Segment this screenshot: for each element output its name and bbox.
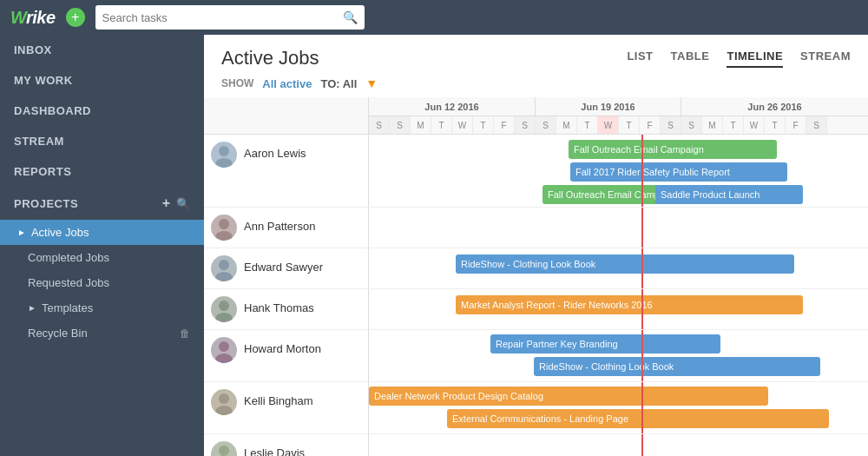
svg-point-6 — [219, 301, 229, 311]
svg-point-12 — [219, 446, 229, 456]
sidebar-item-recycle-bin[interactable]: Recycle Bin 🗑 — [0, 321, 204, 346]
day-row: S S M T W T F S S M T W T F — [369, 116, 868, 134]
bar-howard-1[interactable]: Repair Partner Key Branding — [490, 334, 720, 354]
day-s6: S — [681, 116, 702, 134]
requested-jobs-label: Requested Jobs — [28, 276, 109, 289]
templates-arrow-icon: ► — [28, 303, 36, 313]
sidebar-icons: + 🔍 — [162, 195, 190, 211]
day-w3: W — [744, 116, 765, 134]
svg-point-11 — [215, 406, 233, 415]
bar-kelli-1[interactable]: Dealer Network Product Design Catalog — [369, 387, 768, 406]
names-header-spacer — [204, 97, 369, 134]
day-s3: S — [515, 116, 536, 134]
delete-icon[interactable]: 🗑 — [180, 327, 190, 340]
sidebar-item-mywork[interactable]: MY WORK — [0, 65, 204, 96]
day-s2: S — [390, 116, 411, 134]
day-s7: S — [806, 116, 827, 134]
search-projects-icon[interactable]: 🔍 — [176, 197, 191, 210]
person-cell-kelli: Kelli Bingham — [204, 382, 369, 433]
filter-icon[interactable]: ▼ — [365, 76, 378, 90]
avatar-ann — [211, 215, 237, 241]
person-row-aaron: Aaron Lewis Fall Outreach Email Campaign… — [204, 135, 868, 208]
day-f2: F — [640, 116, 661, 134]
topbar: Wrike + 🔍 — [0, 0, 868, 35]
bar-hank-1[interactable]: Market Analyst Report - Rider Networks 2… — [456, 295, 803, 314]
filter-bar: SHOW All active TO: All ▼ — [204, 69, 868, 97]
bar-edward-1[interactable]: RideShow - Clothing Look Book — [456, 254, 794, 274]
sidebar-item-inbox[interactable]: INBOX — [0, 35, 204, 65]
page-title: Active Jobs — [221, 47, 319, 69]
person-cell-howard: Howard Morton — [204, 330, 369, 381]
svg-point-2 — [219, 219, 229, 229]
today-line-howard — [641, 330, 643, 381]
person-name-edward: Edward Sawyer — [244, 255, 323, 274]
today-line-kelli — [641, 382, 643, 433]
person-row-hank: Hank Thomas Market Analyst Report - Ride… — [204, 289, 868, 330]
avatar-aaron — [211, 142, 237, 168]
avatar-kelli — [211, 389, 237, 415]
day-th3: T — [765, 116, 786, 134]
person-name-ann: Ann Patterson — [244, 215, 315, 233]
bar-howard-2[interactable]: RideShow - Clothing Look Book — [534, 357, 820, 376]
svg-point-7 — [215, 313, 233, 322]
content-area: Active Jobs LIST TABLE TIMELINE STREAM S… — [204, 35, 868, 456]
person-cell-ann: Ann Patterson — [204, 208, 369, 248]
day-f3: F — [786, 116, 806, 134]
person-row-leslie: Leslie Davis — [204, 434, 868, 456]
bar-kelli-2[interactable]: External Communications - Landing Page — [447, 409, 829, 428]
recycle-bin-label: Recycle Bin — [28, 327, 88, 340]
person-name-howard: Howard Morton — [244, 337, 321, 355]
day-m2: M — [556, 116, 577, 134]
add-button[interactable]: + — [66, 8, 85, 27]
sidebar-projects-section[interactable]: PROJECTS + 🔍 — [0, 187, 204, 220]
logo-w: W — [10, 8, 26, 27]
view-tabs: LIST TABLE TIMELINE STREAM — [627, 50, 851, 68]
tab-table[interactable]: TABLE — [671, 50, 710, 68]
gantt-kelli: Dealer Network Product Design Catalog Ex… — [369, 382, 868, 433]
sidebar-item-active-jobs[interactable]: ► Active Jobs — [0, 220, 204, 245]
avatar-edward — [211, 255, 237, 281]
gantt-howard: Repair Partner Key Branding RideShow - C… — [369, 330, 868, 381]
gantt-ann — [369, 208, 868, 248]
avatar-leslie — [211, 441, 237, 456]
day-s5: S — [661, 116, 681, 134]
sidebar-item-requested-jobs[interactable]: Requested Jobs — [0, 270, 204, 295]
timeline-header: Jun 12 2016 Jun 19 2016 Jun 26 2016 S S … — [204, 97, 868, 135]
avatar-hank — [211, 296, 237, 322]
svg-point-1 — [215, 158, 233, 168]
sidebar-item-templates[interactable]: ► Templates — [0, 295, 204, 321]
to-filter[interactable]: TO: All — [320, 77, 357, 90]
content-header: Active Jobs LIST TABLE TIMELINE STREAM — [204, 35, 868, 69]
person-cell-leslie: Leslie Davis — [204, 434, 369, 456]
day-s4: S — [536, 116, 556, 134]
expand-arrow-icon: ► — [17, 228, 26, 237]
person-cell-edward: Edward Sawyer — [204, 248, 369, 288]
tab-list[interactable]: LIST — [627, 50, 653, 68]
day-t3: T — [723, 116, 744, 134]
svg-point-10 — [219, 393, 229, 404]
person-name-kelli: Kelli Bingham — [244, 389, 313, 407]
sidebar-item-dashboard[interactable]: DASHBOARD — [0, 96, 204, 126]
tab-stream[interactable]: STREAM — [800, 50, 851, 68]
bar-aaron-2[interactable]: Fall 2017 Rider Safety Public Report — [570, 162, 787, 182]
sidebar-item-stream[interactable]: STREAM — [0, 126, 204, 156]
dates-header: Jun 12 2016 Jun 19 2016 Jun 26 2016 S S … — [369, 97, 868, 134]
sidebar-item-completed-jobs[interactable]: Completed Jobs — [0, 245, 204, 270]
today-line-aaron — [641, 135, 643, 207]
sidebar-item-reports[interactable]: REPORTS — [0, 156, 204, 187]
bar-aaron-1[interactable]: Fall Outreach Email Campaign — [569, 140, 777, 159]
tab-timeline[interactable]: TIMELINE — [727, 50, 783, 68]
active-filter-badge[interactable]: All active — [262, 77, 312, 90]
add-project-icon[interactable]: + — [162, 195, 171, 211]
search-icon: 🔍 — [343, 10, 358, 24]
day-th2: T — [619, 116, 640, 134]
svg-point-9 — [215, 354, 233, 363]
day-t1: T — [431, 116, 452, 134]
day-f1: F — [494, 116, 515, 134]
week-label-2: Jun 19 2016 — [536, 97, 681, 116]
search-input[interactable] — [102, 11, 343, 24]
svg-point-5 — [215, 272, 233, 281]
week-label-1: Jun 12 2016 — [369, 97, 536, 116]
bar-aaron-4[interactable]: Saddle Product Launch — [655, 185, 803, 204]
person-cell-aaron: Aaron Lewis — [204, 135, 369, 207]
